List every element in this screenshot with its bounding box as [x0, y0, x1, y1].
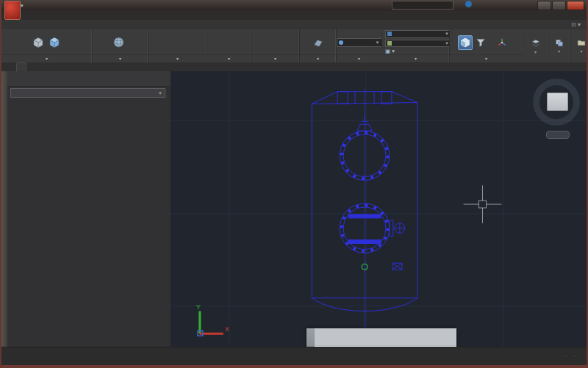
section-plane-icon	[312, 37, 324, 48]
filter-button[interactable]	[474, 36, 487, 49]
panel-label[interactable]	[450, 54, 523, 62]
properties-palette: ▼	[7, 71, 171, 347]
app-logo-icon[interactable]	[4, 1, 21, 20]
box-tool-button[interactable]	[31, 35, 46, 50]
command-window-grip[interactable]	[306, 328, 315, 347]
panel-section	[300, 29, 337, 62]
viewport-config-icon[interactable]: ▣ ▾	[385, 48, 395, 54]
layers-icon	[530, 38, 542, 48]
svg-text:X: X	[225, 325, 229, 333]
command-history	[315, 328, 456, 345]
section-plane-button[interactable]	[301, 37, 336, 48]
minimize-button[interactable]	[537, 1, 551, 10]
panel-modeling	[1, 29, 93, 62]
autocad-window: ▾ ⊡ ▾	[0, 0, 588, 368]
object-type-dropdown[interactable]: ▼	[10, 88, 165, 98]
svg-text:Y: Y	[196, 303, 201, 311]
panel-view-collapsed[interactable]: ▾	[570, 29, 588, 62]
crosshair-cursor	[464, 185, 502, 223]
maximize-button[interactable]	[552, 1, 566, 10]
titlebar: ▾	[1, 0, 587, 11]
named-view-dropdown[interactable]: ▼	[385, 40, 450, 48]
layout-tab-bar	[1, 347, 17, 366]
palette-grip[interactable]	[1, 71, 7, 347]
model-space-canvas[interactable]: Y X	[171, 71, 587, 347]
titlebar-icons	[454, 1, 472, 7]
panel-label[interactable]	[93, 54, 148, 62]
chevron-down-icon: ▼	[445, 41, 449, 46]
command-window	[306, 328, 456, 347]
vessel-wireframe	[312, 89, 417, 329]
panel-view: ▼ ▼ ▣ ▾	[382, 29, 450, 62]
new-layout-button[interactable]	[9, 348, 17, 349]
status-right-cluster	[562, 355, 587, 358]
panel-label[interactable]	[337, 54, 381, 62]
help-search-box	[392, 1, 453, 10]
drawing-viewport: Y X	[171, 71, 587, 347]
filter-funnel-icon	[475, 37, 487, 48]
ucs-world-dropdown[interactable]: ▼	[337, 38, 382, 47]
chevron-down-icon: ▼	[158, 91, 162, 95]
smooth-object-button[interactable]	[104, 35, 135, 49]
panel-label[interactable]	[300, 54, 336, 62]
panel-mesh	[93, 29, 148, 62]
ribbon-tab-bar	[1, 20, 587, 29]
panel-label[interactable]	[207, 54, 251, 62]
visual-style-icon	[387, 32, 392, 36]
app-menu-arrow-icon[interactable]: ▾	[21, 3, 24, 9]
panel-label[interactable]	[251, 54, 299, 62]
model-space-button[interactable]	[572, 355, 579, 358]
mesh-sphere-icon	[112, 36, 125, 48]
coordinates-display	[562, 355, 569, 358]
menu-bar	[1, 10, 587, 21]
gizmo-button[interactable]	[489, 36, 515, 49]
culling-button[interactable]	[458, 35, 473, 50]
chevron-down-icon: ▾	[534, 50, 537, 54]
panel-label[interactable]	[382, 54, 449, 62]
panel-label[interactable]	[148, 54, 207, 62]
viewcube[interactable]	[527, 73, 587, 140]
selection-row: ▼	[7, 87, 171, 99]
chevron-down-icon: ▼	[445, 32, 449, 36]
ribbon-options-icon[interactable]: ⊡ ▾	[568, 21, 584, 28]
panel-label[interactable]	[1, 54, 92, 62]
panel-coordinates: ▼	[337, 29, 382, 62]
panel-layers-collapsed[interactable]: ▾	[523, 29, 548, 62]
visual-style-dropdown[interactable]: ▼	[385, 30, 450, 38]
ucs-icon: Y X	[196, 303, 229, 336]
panel-selection	[450, 29, 523, 62]
extrude-tool-button[interactable]	[47, 35, 62, 50]
extrude-icon	[48, 36, 61, 49]
chevron-down-icon: ▾	[580, 49, 582, 54]
panel-solid-editing	[148, 29, 207, 62]
panel-groups-collapsed[interactable]: ▾	[548, 29, 570, 62]
box-3d-icon	[32, 36, 45, 49]
ribbon: ▼ ▼ ▼ ▣ ▾	[1, 29, 587, 63]
move-gizmo-icon	[496, 37, 508, 48]
new-drawing-tab-button[interactable]	[16, 62, 26, 71]
chevron-down-icon: ▼	[376, 40, 380, 45]
culling-icon	[459, 37, 471, 48]
chevron-down-icon: ▾	[558, 49, 560, 54]
view-folder-icon	[576, 38, 587, 48]
groups-icon	[554, 38, 564, 48]
help-icon[interactable]	[465, 1, 472, 7]
ucs-selector[interactable]	[546, 131, 570, 139]
viewcube-top-face[interactable]	[547, 93, 568, 111]
named-view-icon	[387, 41, 392, 46]
world-ucs-icon	[339, 40, 343, 45]
panel-draw	[207, 29, 251, 62]
status-bar	[1, 347, 587, 365]
panel-modify	[251, 29, 300, 62]
search-input[interactable]	[392, 3, 453, 8]
palette-title	[7, 71, 171, 87]
window-controls	[537, 1, 584, 10]
close-button[interactable]	[567, 1, 584, 10]
